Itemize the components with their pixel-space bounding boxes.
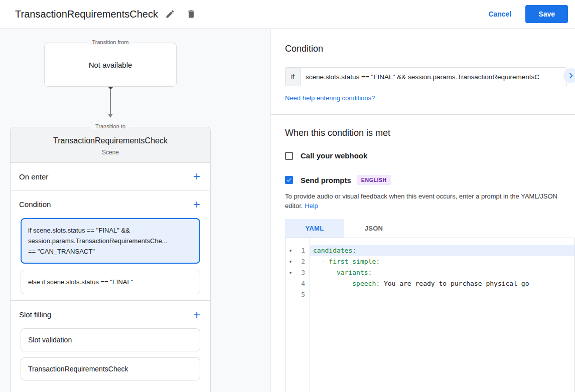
code-text[interactable]: variants: xyxy=(310,267,574,278)
language-badge: ENGLISH xyxy=(357,175,391,185)
trash-icon xyxy=(186,9,196,19)
line-number: 3 xyxy=(296,267,310,278)
top-bar: TransactionRequirementsCheck Cancel Save xyxy=(0,0,575,29)
transition-line xyxy=(110,89,111,114)
code-text[interactable]: - speech: You are ready to purchase phys… xyxy=(310,278,574,289)
code-line: ▾1candidates: xyxy=(285,245,574,256)
fold-arrow-icon[interactable]: ▾ xyxy=(285,256,296,267)
pencil-icon xyxy=(165,9,175,19)
condition-input[interactable] xyxy=(300,67,567,86)
tab-yaml[interactable]: YAML xyxy=(285,219,344,238)
send-prompts-row: Send prompts ENGLISH xyxy=(285,175,575,185)
send-prompts-checkbox[interactable] xyxy=(285,176,293,184)
transition-from-node: Transition from Not available xyxy=(44,43,177,87)
checkmark-icon xyxy=(286,177,292,183)
transition-arrowhead-icon xyxy=(108,114,113,118)
chevron-right-icon xyxy=(565,70,575,81)
divider xyxy=(271,114,575,115)
help-link[interactable]: Help xyxy=(305,202,318,210)
add-slot-button[interactable]: + xyxy=(191,309,202,321)
cancel-button[interactable]: Cancel xyxy=(488,10,511,18)
transition-from-label: Transition from xyxy=(88,39,133,45)
code-line: ▾3 variants: xyxy=(285,267,574,278)
slot-item-validation[interactable]: Slot validation xyxy=(21,328,200,351)
tab-json[interactable]: JSON xyxy=(344,219,403,238)
scene-card-title: TransactionRequirementsCheck xyxy=(17,136,204,145)
line-number: 1 xyxy=(296,245,310,256)
slot-filling-section-header: Slot filling + xyxy=(11,301,210,328)
transition-from-value: Not available xyxy=(89,61,132,69)
call-webhook-label[interactable]: Call your webhook xyxy=(301,151,367,160)
delete-scene-button[interactable] xyxy=(182,5,200,23)
code-text[interactable]: candidates: xyxy=(310,245,574,256)
condition-expression-row: if xyxy=(285,67,567,86)
transition-to-label: Transition to xyxy=(91,123,129,129)
line-number: 4 xyxy=(296,278,310,289)
prompt-help-text: To provide audio or visual feedback when… xyxy=(285,191,561,211)
transition-connector xyxy=(10,87,211,118)
code-text[interactable]: - first_simple: xyxy=(310,256,574,267)
condition-detail-panel: Condition if Need help entering conditio… xyxy=(271,29,575,392)
prompt-help-body: To provide audio or visual feedback when… xyxy=(285,192,557,210)
webhook-row: Call your webhook xyxy=(285,151,575,160)
call-webhook-checkbox[interactable] xyxy=(285,152,293,160)
fold-spacer xyxy=(285,289,296,300)
detail-panel-title: Condition xyxy=(285,44,575,54)
scene-card: Transition to TransactionRequirementsChe… xyxy=(10,127,211,392)
add-on-enter-button[interactable]: + xyxy=(191,170,202,182)
on-enter-section: On enter + xyxy=(11,163,210,190)
condition-section-header: Condition + xyxy=(11,190,210,218)
scene-graph-panel: Transition from Not available Transition… xyxy=(0,29,271,392)
yaml-code-editor[interactable]: ▾1candidates:▾2 - first_simple:▾3 varian… xyxy=(285,238,575,392)
code-line: 4 - speech: You are ready to purchase ph… xyxy=(285,278,574,289)
edit-title-button[interactable] xyxy=(161,5,179,23)
conditions-help-link[interactable]: Need help entering conditions? xyxy=(285,94,375,102)
code-line: 5 xyxy=(285,289,574,300)
code-line: ▾2 - first_simple: xyxy=(285,256,574,267)
gutter-divider xyxy=(310,238,310,392)
slot-filling-label: Slot filling xyxy=(19,310,51,319)
condition-item[interactable]: else if scene.slots.status == "FINAL" xyxy=(21,270,200,294)
fold-spacer xyxy=(285,278,296,289)
save-button[interactable]: Save xyxy=(525,5,568,23)
page-title: TransactionRequirementsCheck xyxy=(15,9,158,20)
code-lines: ▾1candidates:▾2 - first_simple:▾3 varian… xyxy=(285,245,574,300)
send-prompts-label[interactable]: Send prompts xyxy=(301,176,351,184)
scene-card-header[interactable]: TransactionRequirementsCheck Scene xyxy=(11,127,210,163)
line-number: 2 xyxy=(296,256,310,267)
editor-tabs: YAML JSON xyxy=(285,219,575,238)
fold-arrow-icon[interactable]: ▾ xyxy=(285,267,296,278)
fold-arrow-icon[interactable]: ▾ xyxy=(285,245,296,256)
when-condition-met-title: When this condition is met xyxy=(285,128,575,138)
scene-card-subtitle: Scene xyxy=(17,149,204,156)
condition-item-selected[interactable]: if scene.slots.status == "FINAL" && sess… xyxy=(21,218,200,264)
collapse-panel-button[interactable] xyxy=(563,68,575,83)
add-condition-button[interactable]: + xyxy=(191,199,202,211)
code-text[interactable] xyxy=(310,289,574,300)
condition-section-label: Condition xyxy=(19,200,51,209)
line-number: 5 xyxy=(296,289,310,300)
slot-item-transaction-requirements[interactable]: TransactionRequirementsCheck xyxy=(21,357,200,380)
main-area: Transition from Not available Transition… xyxy=(0,29,575,392)
if-label-chip: if xyxy=(285,67,300,86)
on-enter-label: On enter xyxy=(19,172,48,181)
